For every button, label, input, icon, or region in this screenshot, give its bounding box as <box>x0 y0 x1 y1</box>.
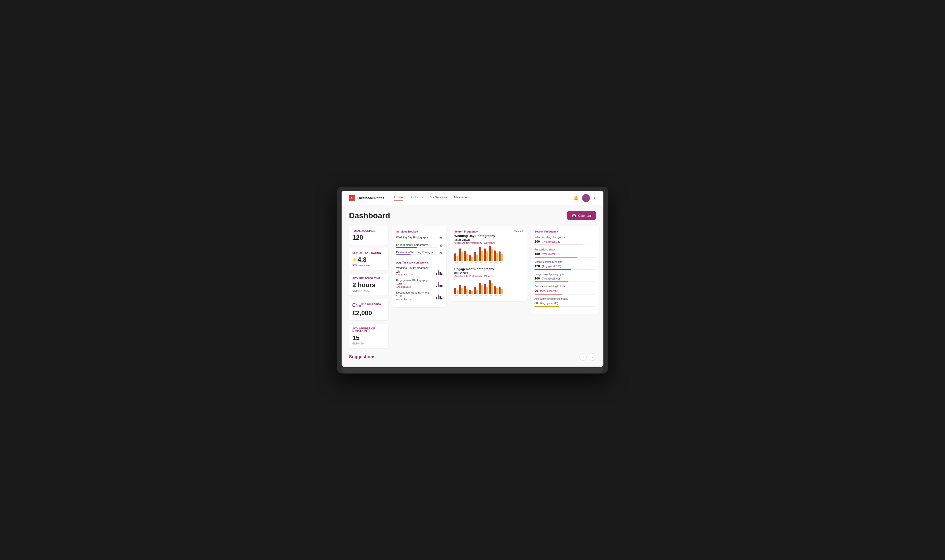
search-item: Sangeet night photography 100 (Avg. glob… <box>534 273 596 282</box>
service-row: Destination Wedding Photograp... 20 <box>396 251 442 255</box>
search-item: Pre-wedding shoot 150 (Avg. global: 130) <box>534 248 596 258</box>
calendar-icon: 📅 <box>572 214 576 217</box>
time-global: Avg. global: 1h <box>396 298 434 300</box>
avg-messages-value: 15 <box>352 334 385 342</box>
time-value: 1h <box>396 270 434 273</box>
search-item-title: Destination wedding in India <box>534 285 596 288</box>
search-item-engagement: Engagement Photography 800 views Global … <box>454 267 523 297</box>
global-avg-2: Global Avg. for Photography.: 950 views <box>454 275 523 277</box>
search-item: Affordable candid photography 80 (Avg. g… <box>534 297 596 307</box>
star-icon: ⭐ <box>352 258 357 262</box>
main-nav: Home Bookings My Services Messages <box>394 195 573 200</box>
search-freq-center-label: Search Frequency <box>454 230 478 233</box>
nav-arrows: ‹ › <box>579 353 596 361</box>
avg-response-card: Avg. Response Time 2 hours Global: 4 hou… <box>349 274 388 295</box>
search-item-title: Pre-wedding shoot <box>534 248 596 251</box>
avg-messages-global: Global: 10 <box>352 342 385 345</box>
total-bookings-card: Total Bookings 120 <box>349 226 388 245</box>
search-item-title: Mehndi ceremony photos <box>534 260 596 263</box>
page-title: Dashboard <box>349 211 390 220</box>
time-row: Wedding Day Photography 1h Avg. global: … <box>396 266 442 276</box>
logo-text: TheShaadiPages <box>357 196 385 200</box>
avg-response-value: 2 hours <box>352 281 385 289</box>
service-count: 70 <box>440 237 442 240</box>
service-row: Wedding Day Photography 70 <box>396 236 442 240</box>
search-item-global: (Avg. global: 95) <box>540 289 558 292</box>
search-item-global: (Avg. global: 130) <box>542 253 561 255</box>
time-global: Avg. global: 1h <box>396 286 434 288</box>
time-row: Engagement Photography 1.5h Avg. global:… <box>396 279 442 288</box>
nav-my-services[interactable]: My Services <box>430 195 447 200</box>
nav-messages[interactable]: Messages <box>454 195 469 200</box>
suggestions-title: Suggestions <box>349 354 376 360</box>
search-item-title: Indian wedding photographer <box>534 236 596 238</box>
prev-arrow-button[interactable]: ‹ <box>579 353 587 361</box>
avg-transactional-label: Avg. Transactional Value <box>352 302 385 308</box>
right-search-label: Search Frequency <box>534 230 596 233</box>
time-row: Destination Wedding Photo... 1.5h Avg. g… <box>396 291 442 300</box>
search-item: Destination wedding in India 90 (Avg. gl… <box>534 285 596 294</box>
view-all-link[interactable]: View All <box>514 230 523 233</box>
logo-area: S TheShaadiPages <box>349 195 385 201</box>
next-arrow-button[interactable]: › <box>589 353 596 361</box>
logo-icon: S <box>349 195 356 201</box>
calendar-button[interactable]: 📅 Calendar <box>567 211 596 220</box>
service-name: Destination Wedding Photograp... <box>396 251 437 254</box>
nav-bookings[interactable]: Bookings <box>410 195 423 200</box>
search-item-value: 120 <box>534 264 540 268</box>
page-header: Dashboard 📅 Calendar <box>349 211 596 220</box>
main-content: Dashboard 📅 Calendar Total Bookings 120 <box>342 205 603 367</box>
service-name: Wedding Day Photography <box>396 236 437 239</box>
search-item: Indian wedding photographer 200 (Avg. gl… <box>534 236 596 245</box>
service-name: Engagement Photography <box>396 243 437 246</box>
avg-transactional-value: £2,000 <box>352 309 385 317</box>
bar-chart-2: 10A 11A 12P 1P 2P 3P 4P 5P 8P 9P <box>454 279 523 297</box>
bar-chart-1: 10A 11A 12P 1P 2P 3P 4P 5P 8P 9P <box>454 246 523 263</box>
search-frequency-right-card: Search Frequency Indian wedding photogra… <box>531 226 599 314</box>
time-service-name: Destination Wedding Photo... <box>396 291 434 294</box>
dashboard-grid: Total Bookings 120 Reviews and Rating ⭐ … <box>349 226 596 348</box>
header-right: 🔔 👤 ▼ <box>573 194 596 202</box>
search-item-value: 200 <box>534 240 540 243</box>
suggestions-section: Suggestions ‹ › <box>349 353 596 361</box>
user-menu-chevron-icon[interactable]: ▼ <box>593 197 596 200</box>
total-bookings-label: Total Bookings <box>352 229 385 232</box>
time-service-name: Wedding Day Photography <box>396 266 434 269</box>
search-item-value: 80 <box>534 301 538 305</box>
search-freq-header: Search Frequency View All <box>454 230 523 233</box>
search-item-global: (Avg. global: 85) <box>540 302 558 305</box>
time-service-name: Engagement Photography <box>396 279 434 282</box>
nav-home[interactable]: Home <box>394 195 403 200</box>
search-item-title: Affordable candid photography <box>534 297 596 300</box>
avg-response-label: Avg. Response Time <box>352 277 385 280</box>
reviews-card: Reviews and Rating ⭐ 4.8 95% recommend <box>349 248 388 270</box>
search-item: Mehndi ceremony photos 120 (Avg. global:… <box>534 260 596 270</box>
avg-response-global: Global: 4 hours <box>352 289 385 292</box>
stats-column: Total Bookings 120 Reviews and Rating ⭐ … <box>349 226 388 348</box>
avg-messages-label: Avg. Number of Messages <box>352 327 385 333</box>
rating-value: 4.8 <box>357 256 366 263</box>
mini-bar-chart <box>436 280 442 287</box>
laptop-screen: S TheShaadiPages Home Bookings My Servic… <box>342 191 603 367</box>
search-frequency-center-card: Search Frequency View All Wedding Day Ph… <box>450 226 526 302</box>
time-global: Avg. global: 1.2h <box>396 273 434 276</box>
services-booked-label: Services Booked <box>396 230 442 233</box>
reviews-label: Reviews and Rating <box>352 252 385 254</box>
avatar[interactable]: 👤 <box>582 194 590 202</box>
views-count-1: 1500 views <box>454 238 523 242</box>
recommend-text: 95% recommend <box>352 264 385 267</box>
chart-title-1: Wedding Day Photography <box>454 234 523 238</box>
app-container: S TheShaadiPages Home Bookings My Servic… <box>342 191 603 367</box>
laptop-base <box>342 368 603 374</box>
service-row: Engagement Photography 30 <box>396 243 442 248</box>
search-item-value: 90 <box>534 289 538 292</box>
search-item-value: 150 <box>534 252 540 255</box>
laptop-frame: S TheShaadiPages Home Bookings My Servic… <box>337 187 608 374</box>
total-bookings-value: 120 <box>352 234 385 242</box>
notification-bell-icon[interactable]: 🔔 <box>573 195 579 201</box>
header: S TheShaadiPages Home Bookings My Servic… <box>342 191 603 205</box>
search-item-global: (Avg. global: 180) <box>542 240 561 243</box>
time-value: 1.5h <box>396 282 434 286</box>
service-count: 30 <box>440 244 442 247</box>
search-item-global: (Avg. global: 110) <box>542 265 561 268</box>
